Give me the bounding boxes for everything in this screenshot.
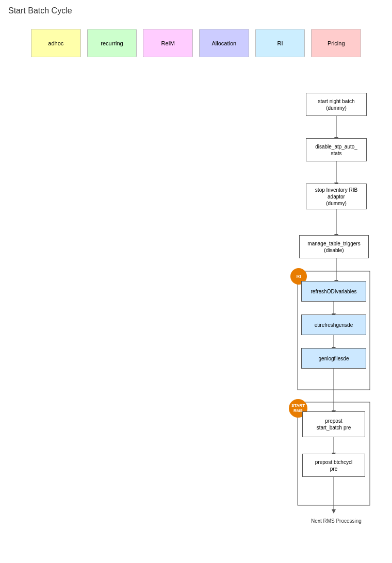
flow-box-manage-table[interactable]: manage_table_triggers(disable): [299, 235, 369, 258]
flow-box-prepost-start[interactable]: prepoststart_batch pre: [302, 411, 365, 437]
flow-box-stop-inventory[interactable]: stop Inventory RIBadaptor(dummy): [306, 184, 367, 209]
cat-recurring[interactable]: recurring: [87, 29, 137, 57]
next-rms-label: Next RMS Processing: [308, 518, 365, 524]
page-title: Start Batch Cycle: [0, 0, 392, 20]
flow-box-start-night-batch[interactable]: start night batch(dummy): [306, 93, 367, 116]
flow-box-genlog[interactable]: genlogfilesde: [301, 348, 366, 369]
category-boxes: adhoc recurring ReIM Allocation RI Prici…: [0, 24, 392, 62]
cat-pricing[interactable]: Pricing: [311, 29, 361, 57]
flow-box-prepost-btch[interactable]: prepost btchcyclpre: [302, 454, 365, 477]
flow-box-disable-atp[interactable]: disable_atp_auto_stats: [306, 138, 367, 161]
svg-marker-17: [332, 509, 336, 514]
cat-reim[interactable]: ReIM: [143, 29, 193, 57]
flow-box-etirefresh[interactable]: etirefreshgensde: [301, 314, 366, 335]
cat-adhoc[interactable]: adhoc: [31, 29, 81, 57]
cat-allocation[interactable]: Allocation: [199, 29, 249, 57]
cat-ri[interactable]: RI: [255, 29, 305, 57]
flow-box-refresh-odi[interactable]: refreshODIvariables: [301, 281, 366, 302]
